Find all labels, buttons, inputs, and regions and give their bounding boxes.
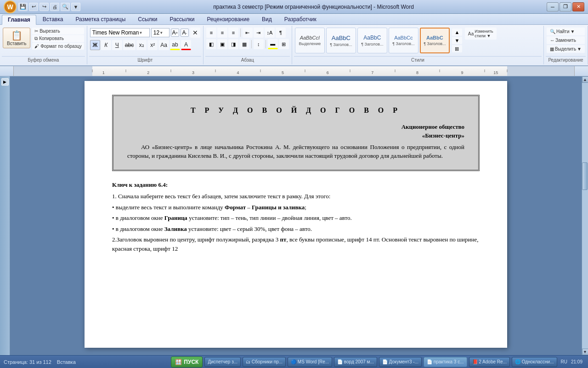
change-case-button[interactable]: Аа — [158, 40, 169, 50]
style-item-heading1[interactable]: AaBbC ¶ Заголов... — [326, 28, 356, 53]
ruler-line-3 — [215, 69, 216, 72]
taskbar-item-dispatcher[interactable]: Диспетчер з... — [204, 357, 241, 367]
style-scroll-up[interactable]: ▲ — [452, 29, 462, 36]
font-name-box[interactable]: Times New Roman ▼ — [90, 28, 150, 37]
document-area[interactable]: Т Р У Д О В О Й Д О Г О В О Р Акционерно… — [10, 76, 582, 355]
tab-home[interactable]: Главная — [2, 15, 36, 25]
underline-button[interactable]: Ч — [112, 40, 122, 50]
font-name-dropdown-arrow: ▼ — [139, 31, 142, 35]
taskbar-item-collections[interactable]: 🗂 Сборники пр... — [243, 357, 286, 367]
select-button[interactable]: ▦ Выделить ▼ — [547, 45, 585, 53]
borders-button[interactable]: ⊞ — [279, 39, 289, 49]
main-area: ▶ Т Р У Д О В О Й Д О Г О В О Р Акционер… — [0, 76, 588, 355]
italic-button[interactable]: К — [101, 40, 111, 50]
bold-button[interactable]: Ж — [90, 40, 100, 50]
align-right-button[interactable]: ◨ — [228, 39, 238, 49]
bullets-button[interactable]: ≡ — [206, 28, 216, 38]
taskbar-item-practice[interactable]: 📄 практика 3 с... — [424, 357, 467, 367]
font-shrink-button[interactable]: A- — [181, 29, 189, 37]
ruler-label-8: 8 — [416, 70, 418, 75]
bold-format: Формат — [225, 204, 246, 211]
close-button[interactable]: ✕ — [572, 2, 584, 12]
document-title: Т Р У Д О В О Й Д О Г О В О Р — [127, 105, 464, 115]
numbering-button[interactable]: ≡ — [217, 28, 227, 38]
paste-button[interactable]: 📋 Вставить — [3, 28, 30, 48]
language-indicator[interactable]: RU — [561, 359, 567, 364]
style-scroll-down[interactable]: ▼ — [452, 37, 462, 44]
tab-references[interactable]: Ссылки — [132, 14, 163, 24]
subscript-button[interactable]: x₂ — [136, 40, 147, 50]
bold-pt: пт — [280, 236, 287, 243]
multilevel-button[interactable]: ≡ — [228, 28, 238, 38]
title-bar: W 💾 ↩ ↪ 🖨 🔍 ▼ практика 3 семестр [Режим … — [0, 0, 588, 14]
scroll-track[interactable] — [582, 83, 588, 349]
document-page: Т Р У Д О В О Й Д О Г О В О Р Акционерно… — [85, 81, 507, 348]
align-center-button[interactable]: ▣ — [217, 39, 227, 49]
superscript-button[interactable]: x² — [147, 40, 158, 50]
font-grow-button[interactable]: A+ — [171, 29, 179, 37]
taskbar-item-word2007[interactable]: 📄 ворд 2007 м... — [334, 357, 377, 367]
replace-button[interactable]: ↔ Заменить — [547, 36, 585, 44]
copy-button[interactable]: ⧉ Копировать — [32, 35, 84, 42]
document-border-box: Т Р У Д О В О Й Д О Г О В О Р Акционерно… — [112, 95, 480, 171]
tab-developer[interactable]: Разработчик — [278, 14, 322, 24]
tab-page-layout[interactable]: Разметка страницы — [69, 14, 131, 24]
strikethrough-button[interactable]: abc — [123, 40, 136, 50]
sort-button[interactable]: ↕A — [265, 28, 275, 38]
style-item-selection[interactable]: AaBbCcI Выделение — [295, 28, 325, 53]
ruler-line-9 — [484, 69, 485, 72]
justify-button[interactable]: ▦ — [239, 39, 249, 49]
restore-button[interactable]: ❐ — [560, 2, 571, 12]
change-styles-button[interactable]: Аа Изменитьстили ▼ — [465, 28, 497, 40]
taskbar-item-classmates[interactable]: 🌐 Одноклассни... — [512, 357, 557, 367]
document-right-block: Акционерное общество «Бизнес-центр» — [127, 123, 464, 139]
style-item-heading4[interactable]: AaBbC ¶ Заголов... — [420, 28, 450, 53]
tab-mailings[interactable]: Рассылки — [164, 14, 201, 24]
scroll-thumb[interactable] — [582, 162, 588, 190]
style-more[interactable]: ⊞ — [452, 45, 462, 52]
style-label: ¶ Заголов... — [330, 42, 352, 47]
taskbar: 🪟 ПУСК Диспетчер з... 🗂 Сборники пр... 🔵… — [171, 356, 584, 368]
window-controls: ─ ❐ ✕ — [547, 2, 584, 12]
start-button[interactable]: 🪟 ПУСК — [171, 356, 203, 368]
taskbar-item-adobe[interactable]: 📕 2 Adobe Re... — [469, 357, 510, 367]
undo-button[interactable]: ↩ — [29, 3, 38, 11]
scroll-up-arrow[interactable]: ▲ — [582, 76, 588, 83]
bold-borders: Границы и заливка — [252, 204, 305, 211]
sidebar-btn-1[interactable]: ▶ — [1, 78, 9, 86]
cut-button[interactable]: ✂ Вырезать — [32, 28, 84, 34]
font-label: Шрифт — [89, 56, 201, 63]
minimize-button[interactable]: ─ — [547, 2, 559, 12]
tab-review[interactable]: Рецензирование — [201, 14, 255, 24]
dropdown-button[interactable]: ▼ — [71, 3, 80, 11]
clear-format-button[interactable]: ✕ — [190, 28, 200, 38]
show-marks-button[interactable]: ¶ — [276, 28, 286, 38]
ruler-label-3: 3 — [192, 70, 194, 75]
scroll-down-arrow[interactable]: ▼ — [582, 349, 588, 355]
style-item-heading2[interactable]: AaBbC ¶ Заголов... — [357, 28, 387, 53]
font-size-dropdown-arrow: ▼ — [159, 31, 163, 35]
insert-mode[interactable]: Вставка — [57, 359, 76, 365]
font-size-box[interactable]: 12 ▼ — [151, 28, 170, 37]
style-gallery: AaBbCcI Выделение AaBbC ¶ Заголов... AaB… — [295, 28, 462, 53]
increase-indent-button[interactable]: ⇥ — [254, 28, 264, 38]
taskbar-item-msword[interactable]: 🔵 MS Word [Re... — [288, 357, 332, 367]
style-item-heading3[interactable]: AaBbCc ¶ Заголов... — [389, 28, 418, 53]
save-button[interactable]: 💾 — [18, 3, 28, 11]
taskbar-item-doc3[interactable]: 📄 Документ3 -... — [379, 357, 422, 367]
print-preview-button[interactable]: 🔍 — [61, 3, 70, 11]
text-highlight-button[interactable]: ab — [170, 40, 180, 50]
tab-insert[interactable]: Вставка — [37, 14, 69, 24]
font-color-button[interactable]: A — [181, 40, 191, 50]
office-button[interactable]: W — [4, 0, 17, 13]
redo-button[interactable]: ↪ — [40, 3, 49, 11]
find-button[interactable]: 🔍 Найти ▼ — [547, 28, 585, 35]
tab-view[interactable]: Вид — [256, 14, 278, 24]
print-button[interactable]: 🖨 — [50, 3, 59, 11]
format-painter-button[interactable]: 🖌 Формат по образцу — [32, 43, 84, 50]
line-spacing-button[interactable]: ↕ — [254, 39, 264, 49]
status-bar: Страница: 31 из 112 Вставка 🪟 ПУСК Диспе… — [0, 355, 588, 368]
align-left-button[interactable]: ◧ — [206, 39, 216, 49]
shading-button[interactable]: ▬ — [268, 39, 278, 49]
decrease-indent-button[interactable]: ⇤ — [243, 28, 253, 38]
